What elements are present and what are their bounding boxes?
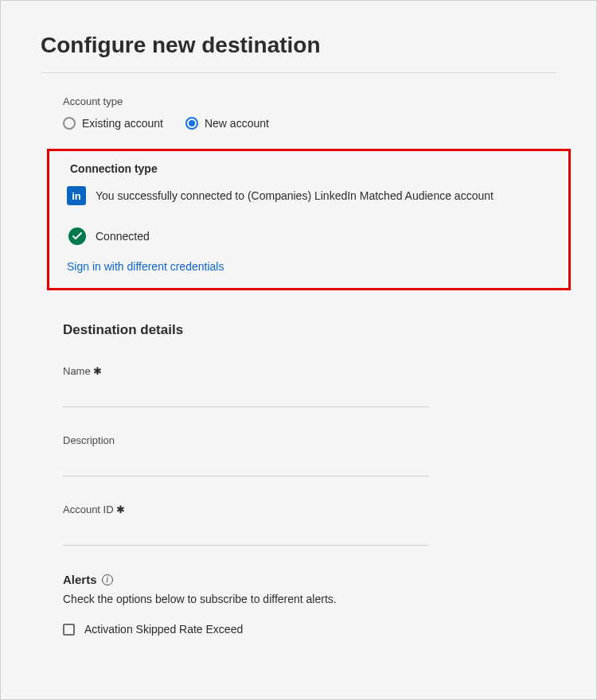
info-icon[interactable]: i	[102, 574, 113, 585]
name-input[interactable]	[63, 382, 429, 407]
connection-message-row: in You successfully connected to (Compan…	[67, 186, 551, 205]
name-label: Name ✱	[63, 365, 556, 377]
connection-type-heading: Connection type	[70, 162, 551, 175]
alerts-description: Check the options below to subscribe to …	[63, 593, 556, 605]
radio-existing-account[interactable]: Existing account	[63, 117, 163, 130]
connection-success-message: You successfully connected to (Companies…	[96, 189, 494, 202]
account-id-field-group: Account ID ✱	[63, 504, 556, 546]
destination-details-heading: Destination details	[63, 322, 556, 338]
title-divider	[41, 72, 556, 73]
required-star-icon: ✱	[93, 365, 102, 377]
alert-activation-skipped-checkbox[interactable]: Activation Skipped Rate Exceed	[63, 623, 556, 636]
radio-unselected-icon	[63, 117, 76, 130]
checkmark-icon	[68, 228, 86, 245]
account-type-label: Account type	[63, 95, 556, 107]
description-label: Description	[63, 434, 556, 446]
checkbox-unchecked-icon	[63, 624, 75, 636]
required-star-icon: ✱	[116, 504, 125, 515]
account-id-label: Account ID ✱	[63, 504, 556, 515]
alerts-heading: Alerts i	[63, 573, 556, 586]
account-id-input[interactable]	[63, 520, 429, 546]
page-title: Configure new destination	[41, 33, 556, 58]
name-field-group: Name ✱	[63, 365, 556, 407]
radio-new-label: New account	[205, 117, 269, 130]
radio-selected-icon	[185, 117, 198, 130]
linkedin-icon: in	[67, 186, 86, 205]
alert-option-label: Activation Skipped Rate Exceed	[84, 623, 243, 636]
description-field-group: Description	[63, 434, 556, 476]
radio-existing-label: Existing account	[82, 117, 163, 130]
description-input[interactable]	[63, 451, 429, 476]
signin-different-credentials-link[interactable]: Sign in with different credentials	[67, 260, 224, 273]
connected-status-label: Connected	[96, 230, 150, 243]
configure-destination-page: Configure new destination Account type E…	[0, 0, 597, 700]
radio-new-account[interactable]: New account	[185, 117, 269, 130]
connection-highlight-box: Connection type in You successfully conn…	[47, 149, 571, 290]
connection-status-row: Connected	[68, 228, 551, 245]
account-type-radio-group: Existing account New account	[63, 117, 556, 130]
